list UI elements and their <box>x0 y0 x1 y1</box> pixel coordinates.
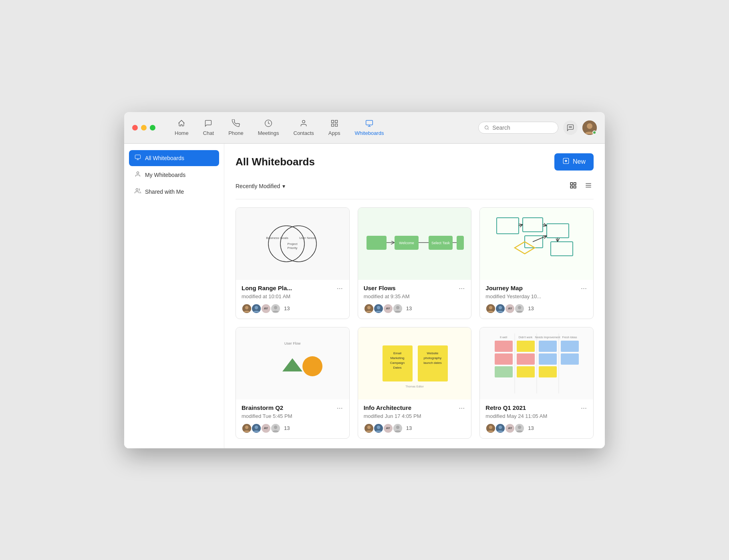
search-input[interactable] <box>492 124 552 131</box>
avatar-3: AY <box>261 423 271 434</box>
avatar-2 <box>373 303 384 314</box>
svg-point-38 <box>245 306 248 309</box>
svg-rect-3 <box>335 120 337 122</box>
close-button[interactable] <box>132 125 138 130</box>
svg-point-71 <box>499 306 502 309</box>
user-avatar-container[interactable] <box>582 120 597 135</box>
svg-text:Didn't work: Didn't work <box>518 336 532 339</box>
card-title-journey-map: Journey Map <box>485 285 523 291</box>
card-more-user-flows[interactable]: ··· <box>458 285 465 292</box>
avatar-4 <box>270 423 281 434</box>
svg-text:Dates: Dates <box>393 366 402 369</box>
avatar-1 <box>364 423 374 434</box>
card-modified-long-range: modified at 10:01 AM <box>242 293 344 299</box>
card-count-long-range: 13 <box>284 305 290 311</box>
svg-rect-113 <box>539 353 557 365</box>
card-title-brainstorm: Brainstorm Q2 <box>242 404 283 411</box>
svg-point-118 <box>489 426 492 429</box>
svg-rect-26 <box>570 186 572 188</box>
grid-view-button[interactable] <box>568 180 578 193</box>
svg-rect-61 <box>547 224 569 238</box>
whiteboard-card-user-flows[interactable]: Welcome Select Task User Flows <box>358 207 472 319</box>
assistant-button[interactable] <box>563 120 578 135</box>
svg-point-1 <box>302 120 305 123</box>
svg-text:Campaign: Campaign <box>390 361 405 365</box>
maximize-button[interactable] <box>150 125 155 130</box>
avatar-2 <box>495 423 505 434</box>
svg-rect-59 <box>523 218 543 232</box>
nav-item-phone[interactable]: Phone <box>221 118 251 138</box>
nav-item-chat[interactable]: Chat <box>196 118 221 138</box>
avatar-2 <box>251 423 262 434</box>
search-bar[interactable] <box>478 122 558 134</box>
card-info-user-flows: User Flows ··· modified at 9:35 AM <box>358 280 471 319</box>
my-whiteboards-icon <box>135 171 141 179</box>
card-count-info-arch: 13 <box>406 425 412 431</box>
card-modified-brainstorm: modified Tue 5:45 PM <box>242 413 344 419</box>
content-header: All Whiteboards New <box>236 153 594 171</box>
card-more-retro[interactable]: ··· <box>580 404 588 411</box>
svg-rect-110 <box>517 353 535 365</box>
svg-point-82 <box>274 426 277 429</box>
nav-item-whiteboards[interactable]: Whiteboards <box>347 118 391 138</box>
svg-point-32 <box>280 226 316 262</box>
avatar-1 <box>485 303 496 314</box>
svg-line-64 <box>519 225 523 226</box>
new-plus-icon <box>562 157 570 167</box>
app-window: Home Chat Phone Meetings <box>124 112 605 448</box>
phone-icon <box>232 119 240 128</box>
avatar-3: AY <box>383 303 393 314</box>
card-title-retro: Retro Q1 2021 <box>485 404 526 411</box>
whiteboard-card-retro[interactable]: It well Didn't work Needs Improvement Fr… <box>479 327 594 439</box>
svg-point-20 <box>136 189 138 191</box>
svg-point-80 <box>255 426 258 429</box>
online-status-dot <box>592 130 596 134</box>
sidebar-item-my-whiteboards[interactable]: My Whiteboards <box>129 167 219 183</box>
contacts-icon <box>300 119 308 128</box>
thumbnail-long-range: Business Goals User Needs Project Priori… <box>236 208 349 280</box>
sidebar-label-all: All Whiteboards <box>145 155 184 161</box>
card-more-long-range[interactable]: ··· <box>336 285 344 292</box>
svg-point-57 <box>396 306 399 309</box>
card-more-brainstorm[interactable]: ··· <box>336 404 344 411</box>
card-avatars-brainstorm: AY 13 <box>242 423 344 434</box>
filter-bar: Recently Modified ▾ <box>236 180 594 199</box>
svg-rect-48 <box>457 236 464 250</box>
whiteboard-card-brainstorm[interactable]: User Flow Brainstorm Q2 ··· modified Tue… <box>236 327 350 439</box>
whiteboard-card-journey-map[interactable]: Journey Map ··· modified Yesterday 10... <box>479 207 594 319</box>
svg-rect-27 <box>574 186 576 188</box>
svg-text:Select Task: Select Task <box>431 241 450 245</box>
avatar-2 <box>373 423 384 434</box>
svg-rect-60 <box>525 236 543 248</box>
thumbnail-journey-map <box>480 208 593 280</box>
view-controls <box>568 180 594 193</box>
nav-label-chat: Chat <box>203 130 214 136</box>
avatar-4 <box>270 303 281 314</box>
svg-rect-107 <box>495 353 513 365</box>
nav-item-meetings[interactable]: Meetings <box>251 118 286 138</box>
list-view-button[interactable] <box>583 180 594 193</box>
new-whiteboard-button[interactable]: New <box>554 153 594 171</box>
card-more-journey-map[interactable]: ··· <box>580 285 588 292</box>
nav-item-home[interactable]: Home <box>167 118 196 138</box>
sidebar-item-shared[interactable]: Shared with Me <box>129 184 219 200</box>
sidebar-item-all-whiteboards[interactable]: All Whiteboards <box>129 150 219 166</box>
svg-text:User Flow: User Flow <box>284 341 301 345</box>
svg-point-40 <box>255 306 258 309</box>
whiteboard-card-info-arch[interactable]: Email Marketing Campaign Dates Website p… <box>358 327 472 439</box>
nav-label-home: Home <box>175 130 189 136</box>
whiteboard-grid: Business Goals User Needs Project Priori… <box>236 207 594 439</box>
filter-dropdown[interactable]: Recently Modified ▾ <box>236 183 285 189</box>
svg-point-69 <box>489 306 492 309</box>
svg-text:Business Goals: Business Goals <box>266 236 289 240</box>
nav-label-meetings: Meetings <box>258 130 279 136</box>
svg-line-65 <box>543 225 547 226</box>
svg-point-94 <box>367 426 370 429</box>
card-more-info-arch[interactable]: ··· <box>458 404 465 411</box>
minimize-button[interactable] <box>141 125 147 130</box>
whiteboard-card-long-range[interactable]: Business Goals User Needs Project Priori… <box>236 207 350 319</box>
nav-item-apps[interactable]: Apps <box>321 118 348 138</box>
nav-item-contacts[interactable]: Contacts <box>286 118 321 138</box>
thumbnail-retro: It well Didn't work Needs Improvement Fr… <box>480 327 593 399</box>
svg-rect-116 <box>561 353 579 365</box>
